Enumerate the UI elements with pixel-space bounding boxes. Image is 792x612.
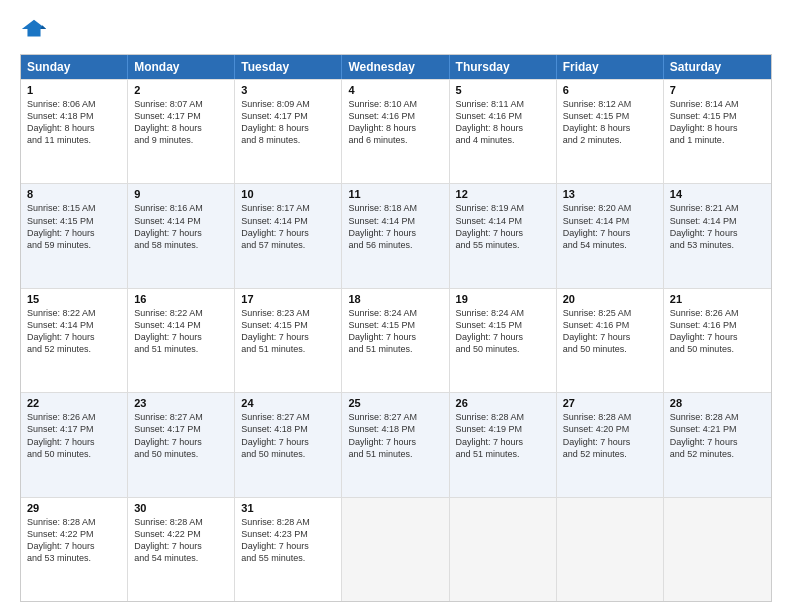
calendar-day-cell: 21Sunrise: 8:26 AMSunset: 4:16 PMDayligh… bbox=[664, 289, 771, 392]
day-info: Sunrise: 8:15 AMSunset: 4:15 PMDaylight:… bbox=[27, 202, 121, 251]
day-info: Sunrise: 8:22 AMSunset: 4:14 PMDaylight:… bbox=[27, 307, 121, 356]
calendar-day-cell: 19Sunrise: 8:24 AMSunset: 4:15 PMDayligh… bbox=[450, 289, 557, 392]
calendar: SundayMondayTuesdayWednesdayThursdayFrid… bbox=[20, 54, 772, 602]
calendar-day-cell: 12Sunrise: 8:19 AMSunset: 4:14 PMDayligh… bbox=[450, 184, 557, 287]
day-number: 12 bbox=[456, 188, 550, 200]
day-number: 28 bbox=[670, 397, 765, 409]
day-number: 11 bbox=[348, 188, 442, 200]
day-number: 25 bbox=[348, 397, 442, 409]
day-number: 26 bbox=[456, 397, 550, 409]
weekday-header: Saturday bbox=[664, 55, 771, 79]
day-number: 5 bbox=[456, 84, 550, 96]
day-number: 9 bbox=[134, 188, 228, 200]
day-info: Sunrise: 8:25 AMSunset: 4:16 PMDaylight:… bbox=[563, 307, 657, 356]
day-info: Sunrise: 8:24 AMSunset: 4:15 PMDaylight:… bbox=[348, 307, 442, 356]
calendar-day-cell: 26Sunrise: 8:28 AMSunset: 4:19 PMDayligh… bbox=[450, 393, 557, 496]
calendar-day-cell: 20Sunrise: 8:25 AMSunset: 4:16 PMDayligh… bbox=[557, 289, 664, 392]
day-info: Sunrise: 8:28 AMSunset: 4:23 PMDaylight:… bbox=[241, 516, 335, 565]
calendar-day-cell: 30Sunrise: 8:28 AMSunset: 4:22 PMDayligh… bbox=[128, 498, 235, 601]
calendar-day-cell: 14Sunrise: 8:21 AMSunset: 4:14 PMDayligh… bbox=[664, 184, 771, 287]
day-number: 24 bbox=[241, 397, 335, 409]
day-info: Sunrise: 8:24 AMSunset: 4:15 PMDaylight:… bbox=[456, 307, 550, 356]
calendar-row: 29Sunrise: 8:28 AMSunset: 4:22 PMDayligh… bbox=[21, 497, 771, 601]
calendar-body: 1Sunrise: 8:06 AMSunset: 4:18 PMDaylight… bbox=[21, 79, 771, 601]
calendar-row: 15Sunrise: 8:22 AMSunset: 4:14 PMDayligh… bbox=[21, 288, 771, 392]
calendar-row: 1Sunrise: 8:06 AMSunset: 4:18 PMDaylight… bbox=[21, 79, 771, 183]
logo bbox=[20, 16, 52, 44]
calendar-day-cell: 16Sunrise: 8:22 AMSunset: 4:14 PMDayligh… bbox=[128, 289, 235, 392]
day-info: Sunrise: 8:26 AMSunset: 4:16 PMDaylight:… bbox=[670, 307, 765, 356]
calendar-day-cell: 2Sunrise: 8:07 AMSunset: 4:17 PMDaylight… bbox=[128, 80, 235, 183]
calendar-day-cell: 8Sunrise: 8:15 AMSunset: 4:15 PMDaylight… bbox=[21, 184, 128, 287]
calendar-day-cell: 15Sunrise: 8:22 AMSunset: 4:14 PMDayligh… bbox=[21, 289, 128, 392]
day-number: 2 bbox=[134, 84, 228, 96]
day-info: Sunrise: 8:19 AMSunset: 4:14 PMDaylight:… bbox=[456, 202, 550, 251]
calendar-day-cell: 9Sunrise: 8:16 AMSunset: 4:14 PMDaylight… bbox=[128, 184, 235, 287]
calendar-day-cell: 4Sunrise: 8:10 AMSunset: 4:16 PMDaylight… bbox=[342, 80, 449, 183]
day-info: Sunrise: 8:18 AMSunset: 4:14 PMDaylight:… bbox=[348, 202, 442, 251]
day-number: 4 bbox=[348, 84, 442, 96]
day-info: Sunrise: 8:17 AMSunset: 4:14 PMDaylight:… bbox=[241, 202, 335, 251]
calendar-day-cell: 11Sunrise: 8:18 AMSunset: 4:14 PMDayligh… bbox=[342, 184, 449, 287]
weekday-header: Tuesday bbox=[235, 55, 342, 79]
day-info: Sunrise: 8:28 AMSunset: 4:19 PMDaylight:… bbox=[456, 411, 550, 460]
weekday-header: Monday bbox=[128, 55, 235, 79]
day-number: 20 bbox=[563, 293, 657, 305]
calendar-empty-cell bbox=[664, 498, 771, 601]
calendar-day-cell: 31Sunrise: 8:28 AMSunset: 4:23 PMDayligh… bbox=[235, 498, 342, 601]
day-info: Sunrise: 8:28 AMSunset: 4:20 PMDaylight:… bbox=[563, 411, 657, 460]
day-number: 14 bbox=[670, 188, 765, 200]
day-number: 22 bbox=[27, 397, 121, 409]
calendar-day-cell: 6Sunrise: 8:12 AMSunset: 4:15 PMDaylight… bbox=[557, 80, 664, 183]
calendar-day-cell: 27Sunrise: 8:28 AMSunset: 4:20 PMDayligh… bbox=[557, 393, 664, 496]
day-number: 7 bbox=[670, 84, 765, 96]
calendar-day-cell: 29Sunrise: 8:28 AMSunset: 4:22 PMDayligh… bbox=[21, 498, 128, 601]
calendar-day-cell: 17Sunrise: 8:23 AMSunset: 4:15 PMDayligh… bbox=[235, 289, 342, 392]
day-info: Sunrise: 8:28 AMSunset: 4:22 PMDaylight:… bbox=[27, 516, 121, 565]
calendar-day-cell: 23Sunrise: 8:27 AMSunset: 4:17 PMDayligh… bbox=[128, 393, 235, 496]
calendar-day-cell: 18Sunrise: 8:24 AMSunset: 4:15 PMDayligh… bbox=[342, 289, 449, 392]
calendar-row: 8Sunrise: 8:15 AMSunset: 4:15 PMDaylight… bbox=[21, 183, 771, 287]
day-number: 1 bbox=[27, 84, 121, 96]
day-number: 19 bbox=[456, 293, 550, 305]
calendar-day-cell: 7Sunrise: 8:14 AMSunset: 4:15 PMDaylight… bbox=[664, 80, 771, 183]
day-info: Sunrise: 8:28 AMSunset: 4:22 PMDaylight:… bbox=[134, 516, 228, 565]
calendar-empty-cell bbox=[450, 498, 557, 601]
weekday-header: Thursday bbox=[450, 55, 557, 79]
day-number: 31 bbox=[241, 502, 335, 514]
calendar-empty-cell bbox=[557, 498, 664, 601]
day-number: 13 bbox=[563, 188, 657, 200]
day-info: Sunrise: 8:22 AMSunset: 4:14 PMDaylight:… bbox=[134, 307, 228, 356]
day-info: Sunrise: 8:16 AMSunset: 4:14 PMDaylight:… bbox=[134, 202, 228, 251]
calendar-day-cell: 3Sunrise: 8:09 AMSunset: 4:17 PMDaylight… bbox=[235, 80, 342, 183]
day-info: Sunrise: 8:21 AMSunset: 4:14 PMDaylight:… bbox=[670, 202, 765, 251]
calendar-day-cell: 1Sunrise: 8:06 AMSunset: 4:18 PMDaylight… bbox=[21, 80, 128, 183]
day-number: 16 bbox=[134, 293, 228, 305]
calendar-empty-cell bbox=[342, 498, 449, 601]
day-number: 3 bbox=[241, 84, 335, 96]
calendar-day-cell: 10Sunrise: 8:17 AMSunset: 4:14 PMDayligh… bbox=[235, 184, 342, 287]
calendar-day-cell: 5Sunrise: 8:11 AMSunset: 4:16 PMDaylight… bbox=[450, 80, 557, 183]
calendar-day-cell: 25Sunrise: 8:27 AMSunset: 4:18 PMDayligh… bbox=[342, 393, 449, 496]
day-info: Sunrise: 8:28 AMSunset: 4:21 PMDaylight:… bbox=[670, 411, 765, 460]
day-info: Sunrise: 8:11 AMSunset: 4:16 PMDaylight:… bbox=[456, 98, 550, 147]
day-info: Sunrise: 8:12 AMSunset: 4:15 PMDaylight:… bbox=[563, 98, 657, 147]
page: SundayMondayTuesdayWednesdayThursdayFrid… bbox=[0, 0, 792, 612]
day-number: 17 bbox=[241, 293, 335, 305]
day-info: Sunrise: 8:20 AMSunset: 4:14 PMDaylight:… bbox=[563, 202, 657, 251]
calendar-header: SundayMondayTuesdayWednesdayThursdayFrid… bbox=[21, 55, 771, 79]
day-number: 29 bbox=[27, 502, 121, 514]
header bbox=[20, 16, 772, 44]
day-number: 30 bbox=[134, 502, 228, 514]
day-number: 10 bbox=[241, 188, 335, 200]
day-number: 15 bbox=[27, 293, 121, 305]
day-info: Sunrise: 8:07 AMSunset: 4:17 PMDaylight:… bbox=[134, 98, 228, 147]
day-info: Sunrise: 8:10 AMSunset: 4:16 PMDaylight:… bbox=[348, 98, 442, 147]
calendar-day-cell: 24Sunrise: 8:27 AMSunset: 4:18 PMDayligh… bbox=[235, 393, 342, 496]
day-number: 6 bbox=[563, 84, 657, 96]
day-number: 21 bbox=[670, 293, 765, 305]
day-info: Sunrise: 8:23 AMSunset: 4:15 PMDaylight:… bbox=[241, 307, 335, 356]
day-number: 8 bbox=[27, 188, 121, 200]
day-info: Sunrise: 8:14 AMSunset: 4:15 PMDaylight:… bbox=[670, 98, 765, 147]
day-number: 23 bbox=[134, 397, 228, 409]
